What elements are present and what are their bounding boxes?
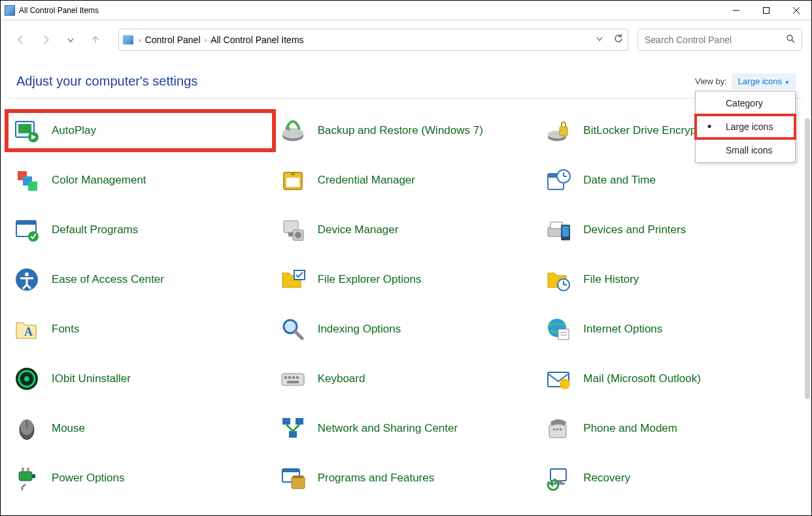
item-label: Color Management [52,173,146,187]
item-label: Device Manager [318,223,399,236]
search-icon[interactable] [786,34,795,46]
svg-text:A: A [24,325,33,338]
item-label: Date and Time [583,173,656,187]
address-bar[interactable]: › Control Panel › All Control Panel Item… [118,29,628,51]
svg-rect-56 [288,376,291,379]
item-label: Phone and Modem [583,421,677,435]
item-label: Indexing Options [318,322,401,336]
svg-point-61 [560,379,570,389]
item-device-manager[interactable]: Device Manager [276,214,537,246]
item-programs-features[interactable]: Programs and Features [276,462,537,494]
indexing-icon [279,315,307,344]
page-title: Adjust your computer's settings [16,74,197,89]
item-label: Mouse [52,421,85,435]
svg-rect-69 [553,428,555,430]
item-label: File History [583,272,639,286]
close-button[interactable] [781,1,811,20]
svg-rect-75 [282,469,299,472]
view-option-category[interactable]: Category [696,91,795,115]
view-by-dropdown[interactable]: Large icons▼ [732,74,796,89]
view-option-large-icons[interactable]: Large icons [696,115,795,138]
address-dropdown-button[interactable] [595,34,604,46]
item-backup-restore[interactable]: Backup and Restore (Windows 7) [276,114,537,147]
svg-rect-78 [550,469,566,481]
item-color-management[interactable]: Color Management [10,164,271,197]
file-explorer-icon [279,265,307,294]
svg-rect-7 [18,124,31,133]
view-option-small-icons[interactable]: Small icons [696,138,795,162]
item-file-explorer-options[interactable]: File Explorer Options [276,263,537,296]
content-scroll[interactable]: AutoPlay Backup and Restore (Windows 7) … [1,99,811,505]
svg-rect-1 [764,7,770,13]
item-label: Internet Options [583,322,662,336]
forward-button[interactable] [35,29,57,51]
item-power-options[interactable]: Power Options [10,462,271,494]
search-input[interactable] [645,35,786,45]
svg-rect-73 [32,474,35,478]
item-mouse[interactable]: Mouse [10,412,271,445]
svg-rect-67 [289,431,297,438]
item-label: Mail (Microsoft Outlook) [583,372,700,385]
search-box[interactable] [637,29,802,51]
color-icon [12,166,41,195]
svg-rect-70 [556,428,558,430]
default-programs-icon [12,216,41,244]
maximize-button[interactable] [751,1,781,20]
view-by-menu: Category Large icons Small icons [695,91,796,163]
up-button[interactable] [84,29,107,51]
minimize-button[interactable] [721,1,751,20]
svg-rect-54 [282,374,304,385]
view-by-control: View by: Large icons▼ Category Large ico… [695,74,796,89]
autoplay-icon [12,116,41,145]
app-icon [5,5,15,16]
item-default-programs[interactable]: Default Programs [10,214,271,246]
item-label: Backup and Restore (Windows 7) [318,123,483,137]
items-grid: AutoPlay Backup and Restore (Windows 7) … [10,114,802,505]
item-keyboard[interactable]: Keyboard [276,363,537,395]
item-devices-printers[interactable]: Devices and Printers [541,214,802,246]
svg-rect-68 [549,425,566,438]
view-by-label: View by: [695,76,727,86]
svg-rect-28 [16,221,36,225]
item-label: Programs and Features [318,471,435,485]
item-mail[interactable]: Mail (Microsoft Outlook) [541,363,802,395]
control-panel-icon [123,35,133,44]
item-file-history[interactable]: File History [541,263,802,296]
item-network-sharing[interactable]: Network and Sharing Center [276,412,537,445]
item-phone-modem[interactable]: Phone and Modem [541,412,802,445]
item-label: File Explorer Options [318,272,422,286]
recent-dropdown-button[interactable] [59,29,82,51]
breadcrumb-control-panel[interactable]: Control Panel [145,35,201,45]
svg-point-33 [295,232,301,238]
item-iobit-uninstaller[interactable]: IObit Uninstaller [10,363,271,395]
svg-rect-18 [28,182,37,191]
item-label: Network and Sharing Center [318,421,458,435]
item-date-time[interactable]: Date and Time [541,164,802,197]
item-recovery[interactable]: Recovery [541,462,802,494]
toolbar: › Control Panel › All Control Panel Item… [1,20,811,59]
bitlocker-icon [544,116,573,145]
back-button[interactable] [10,29,32,51]
svg-line-46 [295,331,302,338]
svg-point-39 [25,272,29,276]
item-fonts[interactable]: A Fonts [10,313,271,346]
svg-point-11 [282,128,303,138]
phone-icon [544,414,573,443]
refresh-button[interactable] [613,33,624,46]
scrollbar-thumb[interactable] [805,118,810,399]
svg-rect-71 [560,428,562,430]
item-internet-options[interactable]: Internet Options [541,313,802,346]
svg-rect-66 [296,418,303,425]
svg-rect-76 [292,477,305,489]
svg-rect-20 [286,178,299,187]
file-history-icon [544,265,573,294]
svg-rect-37 [562,226,569,236]
item-label: AutoPlay [52,123,96,137]
item-autoplay[interactable]: AutoPlay [10,114,271,147]
breadcrumb-all-items[interactable]: All Control Panel Items [211,35,303,45]
fonts-icon: A [12,315,41,344]
item-indexing-options[interactable]: Indexing Options [276,313,537,346]
network-icon [279,414,307,443]
item-ease-of-access[interactable]: Ease of Access Center [10,263,271,296]
item-credential-manager[interactable]: Credential Manager [276,164,537,197]
